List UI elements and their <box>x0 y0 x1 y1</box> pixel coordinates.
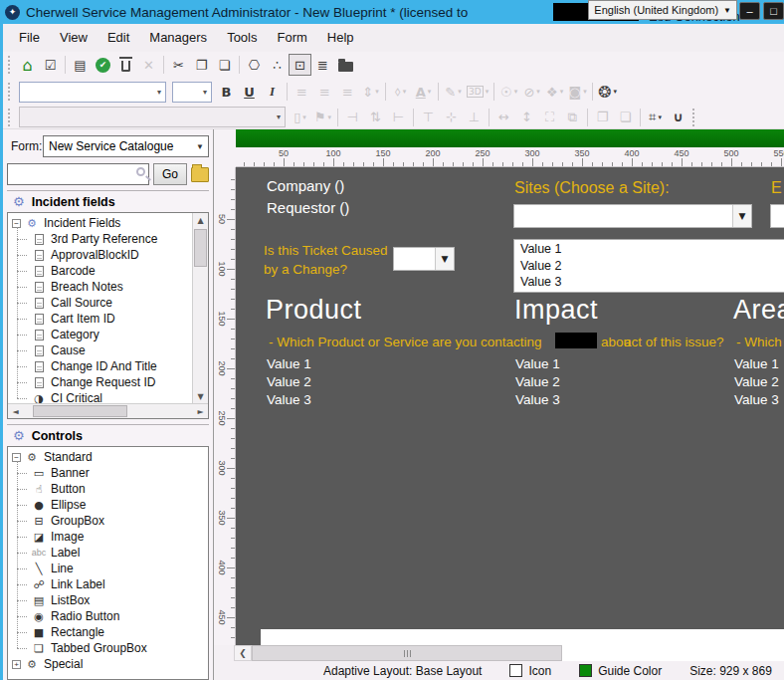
scroll-up-icon[interactable]: ▲ <box>197 213 203 227</box>
menu-view[interactable]: View <box>50 24 98 52</box>
control-item-tabbed-groupbox[interactable]: ❏Tabbed GroupBox <box>10 640 208 656</box>
column-value[interactable]: Value 1 <box>515 356 560 371</box>
form-view-button[interactable]: ⊡ <box>289 54 311 76</box>
change-dropdown[interactable]: ▼ <box>393 247 455 271</box>
control-item-rectangle[interactable]: ■Rectangle <box>10 624 208 640</box>
tree-group-special[interactable]: +⚙Special <box>10 656 208 672</box>
change-question-line2[interactable]: by a Change? <box>264 262 347 277</box>
language-selector[interactable]: English (United Kingdom) ▼ <box>588 0 737 20</box>
delete-button[interactable] <box>114 54 137 76</box>
scroll-right-icon[interactable]: ► <box>193 407 208 416</box>
column-value[interactable]: Value 1 <box>267 356 311 371</box>
form-select[interactable]: New Service Catalogue ▼ <box>43 135 209 157</box>
object-cube-button[interactable]: ⎔ <box>243 54 266 76</box>
sites-dropdown[interactable]: ▼ <box>513 204 752 228</box>
folder-button[interactable] <box>334 54 357 76</box>
cut-button[interactable]: ✂ <box>167 54 190 76</box>
paste-button[interactable]: ❏ <box>213 54 236 76</box>
tree-item-change-request-id[interactable]: Change Request ID <box>10 374 192 390</box>
apply-button[interactable]: ✔ <box>92 54 114 76</box>
product-subtext[interactable]: - Which Product or Service are you conta… <box>269 335 542 349</box>
italic-button[interactable]: I <box>261 81 284 103</box>
tree-root-incident-fields[interactable]: −⚙Incident Fields <box>10 215 192 231</box>
menu-edit[interactable]: Edit <box>98 24 139 52</box>
guide-color-swatch[interactable] <box>579 664 592 677</box>
search-input[interactable] <box>8 164 128 184</box>
clipped-label[interactable]: E <box>771 179 782 197</box>
values-listbox[interactable]: Value 1Value 2Value 3 <box>513 239 784 293</box>
copy-button[interactable]: ❐ <box>190 54 213 76</box>
hscroll-thumb[interactable] <box>252 645 562 661</box>
list-view-button[interactable]: ≣ <box>311 54 334 76</box>
control-item-button[interactable]: ☝Button <box>10 481 208 497</box>
toolbar-grip[interactable] <box>7 83 12 101</box>
tree-item-category[interactable]: Category <box>10 327 192 342</box>
column-heading-impact[interactable]: Impact <box>514 295 598 326</box>
form-banner[interactable] <box>236 129 784 147</box>
save-button[interactable]: ▤ <box>69 54 92 76</box>
vscroll-thumb[interactable] <box>194 229 207 267</box>
minimize-button[interactable]: – <box>739 2 760 20</box>
column-heading-product[interactable]: Product <box>266 295 362 326</box>
control-item-listbox[interactable]: ▤ListBox <box>10 592 208 608</box>
clipped-dropdown[interactable] <box>770 204 784 228</box>
magnet-button[interactable]: ∪ <box>667 107 689 128</box>
underline-button[interactable]: U <box>238 81 261 103</box>
column-value[interactable]: Value 3 <box>734 392 779 407</box>
control-item-radio-button[interactable]: ◉Radio Button <box>10 608 208 624</box>
menu-file[interactable]: File <box>9 24 50 52</box>
toolbar-grip[interactable] <box>7 56 12 74</box>
fields-tree-vscrollbar[interactable]: ▲ ▼ <box>192 213 208 403</box>
scroll-left-icon[interactable]: ◄ <box>8 407 23 416</box>
toolbar-grip[interactable] <box>691 109 696 126</box>
column-value[interactable]: Value 1 <box>734 356 779 371</box>
bold-button[interactable]: B <box>215 81 238 103</box>
font-size-select[interactable]: ▾ <box>172 82 212 103</box>
maximize-button[interactable]: □ <box>763 2 784 20</box>
hscroll-thumb[interactable] <box>33 405 127 417</box>
impact-subtext[interactable]: act of this issue? <box>624 335 724 349</box>
go-button[interactable]: Go <box>153 163 187 185</box>
browse-folder-button[interactable] <box>191 167 209 182</box>
snap-to-grid-button[interactable]: ⌗▾ <box>644 107 667 128</box>
column-value[interactable]: Value 2 <box>515 374 560 389</box>
tree-group-standard[interactable]: −⚙Standard <box>10 449 208 465</box>
hierarchy-button[interactable]: ∴ <box>266 54 289 76</box>
icon-swatch[interactable] <box>509 664 522 677</box>
company-label[interactable]: Company () <box>267 177 344 194</box>
tree-item-barcode[interactable]: Barcode <box>10 263 192 279</box>
column-value[interactable]: Value 3 <box>267 392 311 407</box>
column-value[interactable]: Value 2 <box>267 374 311 389</box>
menu-help[interactable]: Help <box>317 24 364 52</box>
tree-item-approvalblockid[interactable]: ApprovalBlockID <box>10 247 192 263</box>
change-question-line1[interactable]: Is this Ticket Caused <box>264 243 388 258</box>
scroll-down-icon[interactable]: ▼ <box>197 389 203 403</box>
control-item-label[interactable]: abcLabel <box>10 545 208 561</box>
control-item-banner[interactable]: ▭Banner <box>10 465 208 481</box>
sites-label[interactable]: Sites (Choose a Site): <box>514 179 670 197</box>
canvas-hscrollbar[interactable]: ❮ <box>214 645 784 661</box>
control-item-line[interactable]: ╲Line <box>10 561 208 576</box>
control-item-ellipse[interactable]: ●Ellipse <box>10 497 208 513</box>
column-heading-area[interactable]: Area <box>733 295 784 326</box>
column-value[interactable]: Value 2 <box>734 374 779 389</box>
scroll-left-icon[interactable]: ❮ <box>234 645 252 661</box>
tree-item-breach-notes[interactable]: Breach Notes <box>10 279 192 295</box>
control-item-link-label[interactable]: ☍Link Label <box>10 576 208 592</box>
area-subtext[interactable]: - Which <box>736 335 782 349</box>
palette-button[interactable]: ❂▾ <box>596 81 619 103</box>
font-family-select[interactable]: ▾ <box>19 82 166 103</box>
home-button[interactable]: ⌂ <box>16 54 39 76</box>
tree-item-change-id-and-title[interactable]: Change ID And Title <box>10 358 192 374</box>
control-item-groupbox[interactable]: ⊟GroupBox <box>10 513 208 529</box>
menu-form[interactable]: Form <box>267 24 316 52</box>
tree-item-cause[interactable]: Cause <box>10 342 192 358</box>
fields-tree-hscrollbar[interactable]: ◄ ► <box>8 403 208 418</box>
control-item-image[interactable]: ◪Image <box>10 529 208 545</box>
tree-item-call-source[interactable]: Call Source <box>10 295 192 311</box>
task-checklist-button[interactable]: ☑ <box>39 54 62 76</box>
toolbar-grip[interactable] <box>7 109 12 126</box>
column-value[interactable]: Value 3 <box>515 392 560 407</box>
menu-tools[interactable]: Tools <box>217 24 267 52</box>
requestor-label[interactable]: Requestor () <box>267 199 349 216</box>
